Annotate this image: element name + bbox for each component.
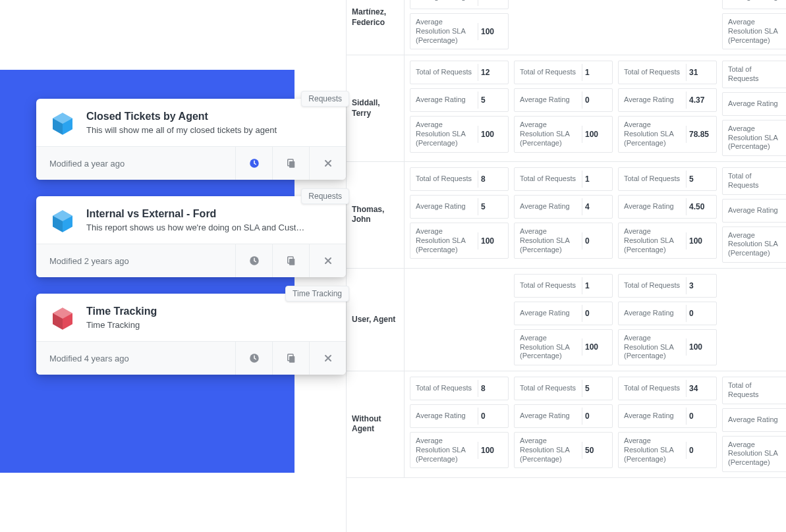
metric-value: 100 xyxy=(478,23,508,40)
metric-value: 100 xyxy=(582,338,612,356)
metric-label: Average Resolution SLA (Percentage) xyxy=(515,223,582,258)
metric-label: Average Resolution SLA (Percentage) xyxy=(410,223,478,258)
metric-label: Average Rating xyxy=(723,412,786,429)
metric-value: 1 xyxy=(582,277,612,294)
delete-button[interactable] xyxy=(309,244,346,277)
metric-cell: Total of Requests1 xyxy=(514,274,613,298)
metric-label: Total of Requests xyxy=(515,171,582,188)
metric-cell: Average Rating0 xyxy=(410,404,509,428)
metric-cell: Average Rating0 xyxy=(514,404,613,428)
copy-button[interactable] xyxy=(272,244,309,277)
metric-cell: Average Resolution SLA (Percentage)100 xyxy=(514,116,613,152)
metric-column: Total of Requests5Average Rating0Average… xyxy=(514,377,613,472)
agent-row: Siddall, TerryTotal of Requests12Average… xyxy=(347,55,786,162)
metric-cell: Total of Requests8 xyxy=(410,377,509,400)
metric-label: Average Resolution SLA (Percentage) xyxy=(619,223,686,258)
metric-cell: Total of Requests8 xyxy=(410,167,509,191)
metric-label: Average Rating xyxy=(410,198,478,215)
agent-row: Without AgentTotal of Requests8Average R… xyxy=(347,371,786,478)
delete-button[interactable] xyxy=(309,342,346,375)
metric-column xyxy=(410,274,509,365)
metric-column: Average RatingAverage Resolution SLA (Pe… xyxy=(722,0,786,49)
metric-column: Total of Requests31Average Rating4.37Ave… xyxy=(618,61,717,156)
metric-value: 5 xyxy=(582,380,612,397)
delete-button[interactable] xyxy=(309,147,346,180)
box-icon xyxy=(49,208,76,234)
metric-label: Total of Requests xyxy=(515,64,582,81)
report-category-tag: Requests xyxy=(301,91,349,107)
metric-label: Total of Requests xyxy=(723,61,786,88)
metric-cell: Average Rating0 xyxy=(514,88,613,112)
reports-list: RequestsClosed Tickets by AgentThis will… xyxy=(36,99,346,391)
metric-value: 0 xyxy=(686,442,716,459)
metric-value: 1 xyxy=(582,171,612,188)
report-card[interactable]: Time TrackingTime TrackingTime TrackingM… xyxy=(36,294,346,375)
metric-label: Average Resolution SLA (Percentage) xyxy=(723,120,786,155)
schedule-button[interactable] xyxy=(235,342,272,375)
metric-label: Average Rating xyxy=(723,0,786,6)
metric-label: Total of Requests xyxy=(515,277,582,294)
metric-cell: Total of Requests1 xyxy=(514,61,613,84)
svg-rect-1 xyxy=(289,161,295,168)
metric-column xyxy=(514,0,613,49)
agent-name: User, Agent xyxy=(347,269,405,371)
metric-label: Average Rating xyxy=(515,92,582,109)
report-modified: Modified 2 years ago xyxy=(36,247,142,275)
metric-value: 0 xyxy=(582,305,612,322)
metric-value: 5 xyxy=(478,198,508,215)
metric-column: Total of RequestsAverage RatingAverage R… xyxy=(722,377,786,472)
metric-label: Total of Requests xyxy=(619,277,686,294)
metric-column: Total of Requests12Average Rating5Averag… xyxy=(410,61,509,156)
metric-label: Average Rating xyxy=(619,92,686,109)
metric-cell: Total of Requests31 xyxy=(618,61,717,84)
metric-value: 100 xyxy=(478,232,508,250)
metric-label: Average Resolution SLA (Percentage) xyxy=(723,227,786,262)
metric-label: Total of Requests xyxy=(410,380,478,397)
schedule-button[interactable] xyxy=(235,147,272,180)
metric-value: 4.50 xyxy=(686,198,716,215)
metric-value: 31 xyxy=(686,64,716,81)
metric-label: Average Resolution SLA (Percentage) xyxy=(619,330,686,365)
metric-value: 5 xyxy=(478,92,508,109)
metric-label: Average Rating xyxy=(723,95,786,113)
svg-rect-4 xyxy=(289,259,295,265)
report-card[interactable]: RequestsInternal vs External - FordThis … xyxy=(36,196,346,277)
metric-value: 8 xyxy=(478,171,508,188)
report-card[interactable]: RequestsClosed Tickets by AgentThis will… xyxy=(36,99,346,180)
metric-cell: Average Resolution SLA (Percentage)100 xyxy=(410,116,509,152)
metric-value: 8 xyxy=(478,380,508,397)
metric-label: Average Rating xyxy=(619,305,686,322)
metric-column: Total of Requests3Average Rating0Average… xyxy=(618,274,717,365)
metric-cell: Total of Requests xyxy=(722,61,786,88)
agent-name: Siddall, Terry xyxy=(347,55,405,161)
metric-column: Total of Requests8Average Rating5Average… xyxy=(410,167,509,263)
schedule-button[interactable] xyxy=(235,244,272,277)
metric-value: 4.37 xyxy=(686,92,716,109)
metric-label: Average Rating xyxy=(410,92,478,109)
metric-label: Average Resolution SLA (Percentage) xyxy=(410,117,478,151)
report-title: Time Tracking xyxy=(86,306,157,317)
metric-label: Average Rating xyxy=(515,198,582,215)
report-title: Internal vs External - Ford xyxy=(86,208,304,220)
copy-button[interactable] xyxy=(272,342,309,375)
metric-value: 100 xyxy=(478,126,508,143)
metric-cell: Average Resolution SLA (Percentage)0 xyxy=(618,432,717,468)
metric-cell: Average Rating0 xyxy=(410,0,509,9)
metric-label: Average Resolution SLA (Percentage) xyxy=(515,433,582,467)
metric-label: Total of Requests xyxy=(515,380,582,397)
metric-cell: Average Resolution SLA (Percentage)100 xyxy=(410,13,509,49)
metric-value: 0 xyxy=(478,0,508,6)
metric-value: 3 xyxy=(686,277,716,294)
metric-column: Total of Requests34Average Rating0Averag… xyxy=(618,377,717,472)
metric-value: 1 xyxy=(582,64,612,81)
report-category-tag: Requests xyxy=(301,188,349,204)
metric-cell: Average Resolution SLA (Percentage)0 xyxy=(514,223,613,259)
metric-cell: Average Resolution SLA (Percentage)100 xyxy=(618,329,717,365)
metric-value: 100 xyxy=(582,126,612,143)
copy-button[interactable] xyxy=(272,147,309,180)
metric-cell: Average Rating0 xyxy=(618,404,717,428)
metric-label: Average Resolution SLA (Percentage) xyxy=(619,117,686,151)
box-icon xyxy=(49,111,76,137)
agent-metrics-table: Martínez, FedericoAverage Rating0Average… xyxy=(346,0,786,532)
metric-value: 12 xyxy=(478,64,508,81)
